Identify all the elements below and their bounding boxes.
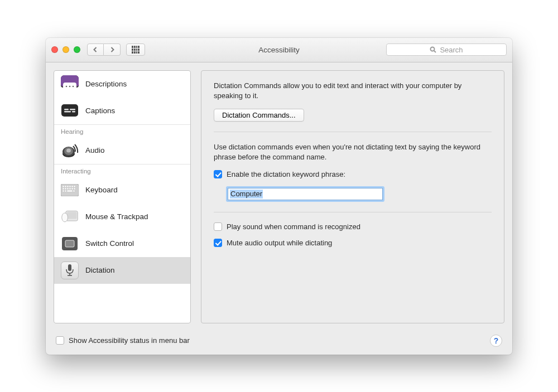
svg-line-1 bbox=[434, 51, 436, 52]
sidebar-item-descriptions[interactable]: Descriptions bbox=[54, 71, 190, 98]
help-icon: ? bbox=[494, 336, 499, 345]
sidebar-item-label: Audio bbox=[85, 146, 105, 154]
sidebar-item-captions[interactable]: Captions bbox=[54, 98, 190, 124]
svg-rect-26 bbox=[67, 188, 69, 190]
category-sidebar: Descriptions Captions Hearing Audio Inte… bbox=[54, 70, 191, 323]
zoom-window-button[interactable] bbox=[74, 46, 80, 53]
show-all-button[interactable] bbox=[126, 43, 145, 56]
svg-rect-27 bbox=[69, 188, 71, 190]
help-button[interactable]: ? bbox=[490, 335, 502, 347]
search-placeholder: Search bbox=[440, 46, 463, 54]
keyboard-icon bbox=[61, 181, 79, 199]
mouse-trackpad-icon bbox=[61, 208, 79, 226]
titlebar: Accessibility Search bbox=[46, 38, 512, 62]
sidebar-item-label: Descriptions bbox=[85, 80, 127, 88]
intro-text: Dictation Commands allow you to edit tex… bbox=[214, 81, 492, 101]
svg-rect-25 bbox=[65, 188, 66, 190]
svg-rect-38 bbox=[65, 240, 74, 247]
svg-rect-35 bbox=[67, 212, 77, 219]
keyword-text-field[interactable]: Computer bbox=[228, 188, 383, 200]
show-status-checkbox[interactable] bbox=[56, 336, 64, 345]
svg-rect-21 bbox=[69, 186, 71, 187]
sidebar-item-switch-control[interactable]: Switch Control bbox=[54, 230, 190, 257]
svg-rect-18 bbox=[62, 186, 64, 187]
sidebar-item-label: Mouse & Trackpad bbox=[85, 212, 148, 221]
divider bbox=[214, 212, 492, 212]
svg-rect-33 bbox=[73, 190, 75, 192]
enable-keyword-checkbox[interactable] bbox=[214, 170, 222, 178]
sidebar-item-label: Captions bbox=[85, 107, 115, 115]
keyword-value: Computer bbox=[230, 190, 263, 199]
sidebar-item-label: Switch Control bbox=[85, 239, 134, 248]
search-icon bbox=[430, 46, 436, 53]
keyword-field-focus-ring: Computer bbox=[226, 186, 384, 202]
sidebar-header-hearing: Hearing bbox=[54, 124, 190, 137]
minimize-window-button[interactable] bbox=[62, 46, 69, 53]
svg-rect-22 bbox=[71, 186, 73, 187]
sidebar-item-dictation[interactable]: Dictation bbox=[54, 257, 190, 284]
show-status-row: Show Accessibility status in menu bar bbox=[56, 336, 190, 345]
svg-point-7 bbox=[73, 85, 74, 87]
sidebar-item-label: Dictation bbox=[85, 266, 115, 274]
svg-rect-28 bbox=[71, 188, 73, 190]
dictation-icon bbox=[61, 262, 79, 279]
chevron-right-icon bbox=[109, 46, 116, 53]
keyword-field-row: Computer bbox=[214, 186, 492, 202]
svg-rect-40 bbox=[68, 264, 71, 271]
svg-rect-19 bbox=[65, 186, 66, 187]
search-field[interactable]: Search bbox=[386, 43, 507, 56]
switch-control-icon bbox=[61, 235, 79, 253]
sidebar-item-mouse-trackpad[interactable]: Mouse & Trackpad bbox=[54, 204, 190, 230]
svg-rect-29 bbox=[74, 188, 75, 190]
audio-icon bbox=[61, 142, 79, 159]
preferences-window: Accessibility Search Descriptions Captio… bbox=[46, 38, 512, 355]
sidebar-item-keyboard[interactable]: Keyboard bbox=[54, 177, 190, 204]
descriptions-icon bbox=[61, 75, 79, 93]
svg-rect-32 bbox=[67, 190, 73, 192]
svg-rect-10 bbox=[70, 109, 75, 110]
svg-point-5 bbox=[66, 85, 68, 87]
captions-icon bbox=[61, 102, 79, 120]
svg-point-36 bbox=[62, 212, 68, 221]
traffic-lights bbox=[51, 46, 80, 53]
play-sound-label: Play sound when command is recognized bbox=[227, 222, 360, 231]
sidebar-item-label: Keyboard bbox=[85, 186, 118, 194]
play-sound-row: Play sound when command is recognized bbox=[214, 222, 492, 231]
sidebar-item-audio[interactable]: Audio bbox=[54, 137, 190, 164]
enable-keyword-label: Enable the dictation keyword phrase: bbox=[227, 170, 345, 178]
mute-audio-label: Mute audio output while dictating bbox=[227, 239, 332, 247]
svg-rect-12 bbox=[72, 111, 75, 113]
back-button[interactable] bbox=[87, 43, 104, 56]
svg-rect-9 bbox=[64, 109, 69, 110]
mute-audio-row: Mute audio output while dictating bbox=[214, 239, 492, 247]
chevron-left-icon bbox=[92, 46, 99, 53]
show-status-label: Show Accessibility status in menu bar bbox=[69, 336, 190, 345]
play-sound-checkbox[interactable] bbox=[214, 222, 222, 231]
close-window-button[interactable] bbox=[51, 46, 58, 53]
grid-icon bbox=[132, 46, 140, 54]
enable-keyword-row: Enable the dictation keyword phrase: bbox=[214, 170, 492, 178]
svg-rect-31 bbox=[65, 190, 66, 192]
svg-point-0 bbox=[431, 47, 435, 51]
content-area: Descriptions Captions Hearing Audio Inte… bbox=[46, 62, 512, 331]
forward-button[interactable] bbox=[104, 43, 121, 56]
svg-rect-30 bbox=[62, 190, 64, 192]
divider bbox=[214, 132, 492, 132]
svg-point-16 bbox=[66, 148, 71, 152]
footer: Show Accessibility status in menu bar ? bbox=[46, 331, 512, 355]
nav-back-forward bbox=[87, 43, 121, 56]
svg-rect-11 bbox=[64, 111, 71, 113]
sidebar-header-interacting: Interacting bbox=[54, 164, 190, 177]
settings-pane: Dictation Commands allow you to edit tex… bbox=[201, 70, 504, 323]
mute-audio-checkbox[interactable] bbox=[214, 239, 222, 247]
dictation-commands-button[interactable]: Dictation Commands... bbox=[214, 109, 304, 122]
svg-rect-20 bbox=[67, 186, 69, 187]
svg-rect-23 bbox=[74, 186, 75, 187]
svg-rect-8 bbox=[61, 104, 78, 117]
use-commands-text: Use dictation commands even when you're … bbox=[214, 142, 492, 162]
svg-point-6 bbox=[69, 85, 71, 87]
svg-rect-24 bbox=[62, 188, 64, 190]
